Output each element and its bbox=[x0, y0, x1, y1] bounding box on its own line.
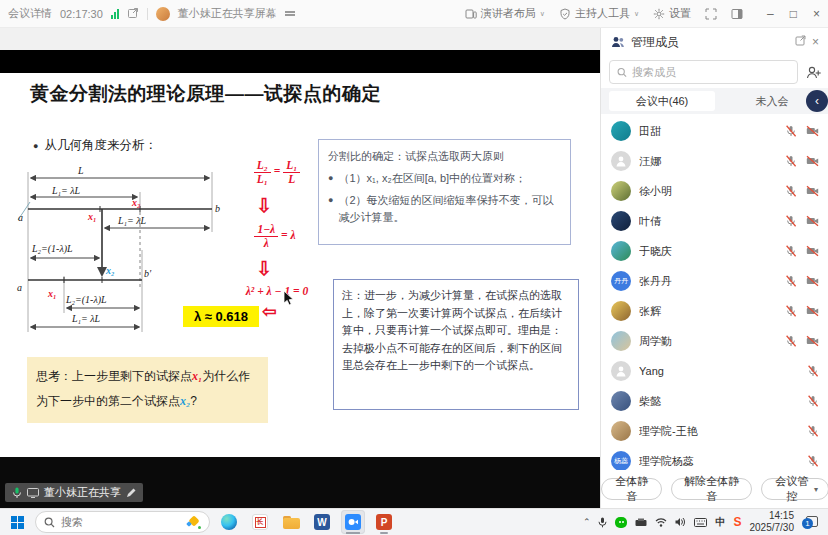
mic-muted-icon[interactable] bbox=[785, 335, 797, 347]
tray-date: 2025/7/30 bbox=[750, 522, 795, 535]
camera-muted-icon[interactable] bbox=[806, 155, 819, 167]
speaker-layout-button[interactable]: 演讲者布局∨ bbox=[465, 6, 545, 21]
participant-list: 田甜汪娜徐小明叶倩于晓庆丹丹张丹丹张辉周学勤Yang柴懿理学院-王艳杨蕊理学院杨… bbox=[601, 116, 828, 470]
taskbar-search[interactable] bbox=[35, 511, 210, 533]
mic-muted-icon[interactable] bbox=[785, 185, 797, 197]
popout-window-icon[interactable] bbox=[127, 7, 139, 21]
mic-muted-icon[interactable] bbox=[785, 275, 797, 287]
participant-name: Yang bbox=[639, 365, 799, 377]
participant-row[interactable]: 叶倩 bbox=[601, 206, 828, 236]
camera-muted-icon[interactable] bbox=[806, 335, 819, 347]
mic-muted-icon[interactable] bbox=[807, 455, 819, 467]
participant-row[interactable]: 丹丹张丹丹 bbox=[601, 266, 828, 296]
tray-mic-icon[interactable] bbox=[598, 517, 607, 528]
mute-all-button[interactable]: 全体静音 bbox=[601, 478, 662, 500]
powerpoint-app-icon[interactable]: P bbox=[372, 510, 396, 534]
participant-row[interactable]: 徐小明 bbox=[601, 176, 828, 206]
mic-muted-icon[interactable] bbox=[807, 395, 819, 407]
label-L: L bbox=[77, 165, 84, 176]
participant-row[interactable]: 周学勤 bbox=[601, 326, 828, 356]
avatar: 杨蕊 bbox=[611, 451, 631, 470]
edge-app-icon[interactable] bbox=[217, 510, 241, 534]
unmute-all-button[interactable]: 解除全体静音 bbox=[671, 478, 752, 500]
participant-status-icons bbox=[807, 395, 819, 407]
bullet-icon: ● bbox=[328, 194, 333, 226]
participant-row[interactable]: 于晓庆 bbox=[601, 236, 828, 266]
tray-network-icon[interactable] bbox=[655, 517, 667, 527]
participant-name: 柴懿 bbox=[639, 394, 799, 409]
meeting-details-button[interactable]: 会议详情 bbox=[8, 6, 52, 21]
tray-wechat-icon[interactable] bbox=[615, 517, 627, 528]
collapse-panel-handle[interactable]: ‹ bbox=[806, 90, 828, 112]
tray-keyboard-icon[interactable] bbox=[694, 518, 707, 527]
minimize-button[interactable]: – bbox=[767, 7, 774, 21]
participant-row[interactable]: 汪娜 bbox=[601, 146, 828, 176]
tray-clock[interactable]: 14:15 2025/7/30 bbox=[750, 510, 795, 535]
mic-muted-icon[interactable] bbox=[807, 425, 819, 437]
sogou-icon[interactable]: S bbox=[733, 515, 741, 529]
share-options-icon[interactable] bbox=[285, 10, 295, 18]
camera-muted-icon[interactable] bbox=[806, 215, 819, 227]
file-explorer-icon[interactable] bbox=[279, 510, 303, 534]
mic-muted-icon[interactable] bbox=[785, 155, 797, 167]
popout-panel-icon[interactable] bbox=[795, 35, 806, 49]
avatar bbox=[611, 361, 631, 381]
mic-muted-icon[interactable] bbox=[785, 305, 797, 317]
meeting-app-icon[interactable] bbox=[341, 510, 365, 534]
camera-muted-icon[interactable] bbox=[806, 125, 819, 137]
panel-tabs: 会议中(46) 未入会 ‹ bbox=[601, 88, 828, 114]
search-highlights-icon bbox=[187, 515, 201, 529]
start-button[interactable] bbox=[6, 511, 28, 533]
participant-row[interactable]: Yang bbox=[601, 356, 828, 386]
participant-status-icons bbox=[785, 275, 819, 287]
mic-muted-icon[interactable] bbox=[785, 245, 797, 257]
camera-muted-icon[interactable] bbox=[806, 275, 819, 287]
tab-in-meeting[interactable]: 会议中(46) bbox=[609, 91, 715, 111]
word-app-icon[interactable]: W bbox=[310, 510, 334, 534]
participant-status-icons bbox=[785, 155, 819, 167]
participant-name: 理学院-王艳 bbox=[639, 424, 799, 439]
settings-button[interactable]: 设置 bbox=[653, 6, 691, 21]
taskbar-search-input[interactable] bbox=[61, 516, 169, 528]
side-panel-icon[interactable] bbox=[731, 8, 743, 20]
stamp-app-icon[interactable]: 长 bbox=[248, 510, 272, 534]
tray-chevron-up-icon[interactable]: ⌃ bbox=[583, 517, 591, 527]
tray-speaker-icon[interactable] bbox=[675, 517, 686, 527]
close-button[interactable]: × bbox=[813, 7, 820, 21]
label-x2-axis1: x₂ bbox=[131, 197, 141, 208]
camera-muted-icon[interactable] bbox=[806, 185, 819, 197]
fullscreen-icon[interactable] bbox=[705, 8, 717, 20]
meeting-controls-button[interactable]: 会议管控▾ bbox=[761, 478, 828, 500]
label-L1-top: L₁= λL bbox=[51, 185, 81, 196]
camera-muted-icon[interactable] bbox=[806, 305, 819, 317]
participant-status-icons bbox=[807, 455, 819, 467]
close-panel-icon[interactable]: × bbox=[812, 35, 819, 49]
presentation-slide: 黄金分割法的理论原理——试探点的确定 ● 从几何角度来分析： bbox=[0, 73, 600, 457]
search-members-input[interactable] bbox=[632, 66, 790, 78]
tray-time: 14:15 bbox=[750, 510, 795, 523]
maximize-button[interactable]: □ bbox=[790, 7, 797, 21]
mic-on-icon[interactable] bbox=[12, 487, 22, 499]
tray-device-icon[interactable] bbox=[635, 518, 647, 527]
search-box[interactable] bbox=[609, 60, 798, 84]
mic-muted-icon[interactable] bbox=[807, 365, 819, 377]
participant-row[interactable]: 张辉 bbox=[601, 296, 828, 326]
presenter-avatar bbox=[156, 7, 170, 21]
participant-row[interactable]: 理学院-王艳 bbox=[601, 416, 828, 446]
mic-muted-icon[interactable] bbox=[785, 215, 797, 227]
participant-row[interactable]: 柴懿 bbox=[601, 386, 828, 416]
annotate-pen-icon[interactable] bbox=[126, 488, 136, 498]
camera-muted-icon[interactable] bbox=[806, 245, 819, 257]
avatar bbox=[611, 121, 631, 141]
principle-item: （2）每次缩短的区间缩短率保持不变，可以减少计算量。 bbox=[338, 192, 561, 226]
participant-name: 周学勤 bbox=[639, 334, 777, 349]
ime-indicator[interactable]: 中 bbox=[715, 515, 725, 529]
participant-row[interactable]: 田甜 bbox=[601, 116, 828, 146]
host-tools-button[interactable]: 主持人工具∨ bbox=[559, 6, 639, 21]
participant-row[interactable]: 杨蕊理学院杨蕊 bbox=[601, 446, 828, 470]
participant-status-icons bbox=[785, 125, 819, 137]
mic-muted-icon[interactable] bbox=[785, 125, 797, 137]
notification-icon[interactable]: 1 bbox=[802, 515, 818, 529]
add-member-icon[interactable] bbox=[806, 66, 821, 79]
label-L1-bottom: L₁= λL bbox=[71, 313, 101, 324]
